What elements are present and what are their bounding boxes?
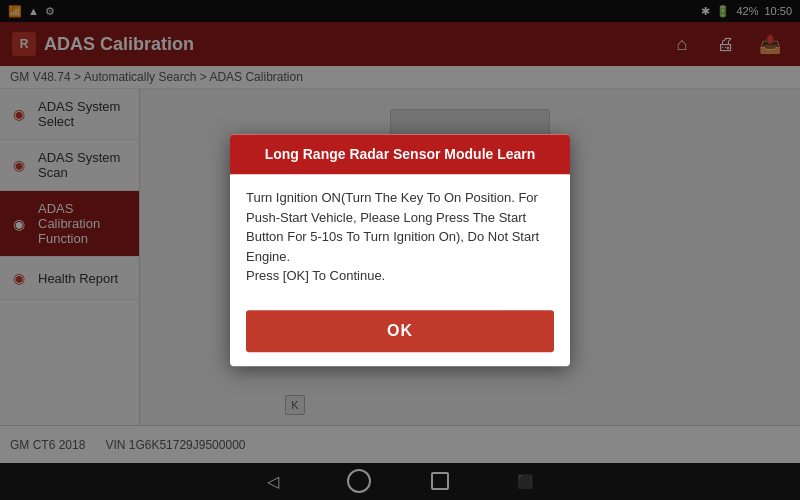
dialog-footer: OK [230,300,570,366]
dialog-ok-button[interactable]: OK [246,310,554,352]
dialog-message: Turn Ignition ON(Turn The Key To On Posi… [246,190,539,283]
dialog-body: Turn Ignition ON(Turn The Key To On Posi… [230,174,570,300]
dialog: Long Range Radar Sensor Module Learn Tur… [230,134,570,366]
dialog-header: Long Range Radar Sensor Module Learn [230,134,570,174]
dialog-title: Long Range Radar Sensor Module Learn [265,146,536,162]
